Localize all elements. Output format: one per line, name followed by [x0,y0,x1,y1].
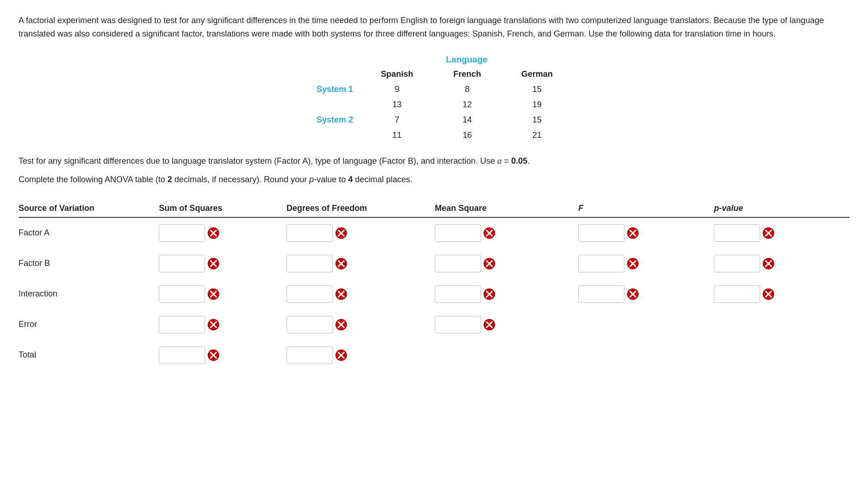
cell-s2-r1-spanish: 7 [361,112,433,128]
cell-s1-r2-spanish: 13 [361,97,433,112]
clear-icon-2-df[interactable] [335,288,348,301]
cell-s2-r2-french: 16 [433,128,501,143]
input-0-pv[interactable] [714,224,760,242]
input-group-1-df [287,255,431,272]
cell-ms-4 [435,340,578,370]
input-1-pv[interactable] [714,255,760,272]
col-header-german: German [501,67,573,82]
clear-icon-0-ss[interactable] [207,227,220,240]
input-2-df[interactable] [287,285,333,303]
input-4-ss[interactable] [159,346,205,364]
input-group-4-ss [159,346,283,364]
header-source: Source of Variation [19,200,159,217]
cell-s1-r1-german: 15 [501,82,573,97]
input-1-ms[interactable] [435,255,481,272]
cell-ss-3 [159,309,287,340]
cell-df-4 [287,340,435,370]
cell-ss-0 [159,217,287,248]
cell-ms-3 [435,309,578,340]
clear-icon-3-ms[interactable] [483,318,496,331]
input-4-df[interactable] [287,346,333,364]
cell-f-3 [578,309,714,340]
clear-icon-1-df[interactable] [335,257,348,270]
clear-icon-0-pv[interactable] [762,227,775,240]
input-group-2-f [578,285,710,303]
input-group-2-ss [159,285,283,303]
input-1-ss[interactable] [159,255,205,272]
input-group-2-pv [714,285,846,303]
input-0-ss[interactable] [159,224,205,242]
clear-icon-0-ms[interactable] [483,227,496,240]
input-group-1-ss [159,255,283,272]
anova-table: Source of Variation Sum of Squares Degre… [19,200,849,370]
input-3-ms[interactable] [435,316,481,333]
clear-icon-0-df[interactable] [335,227,348,240]
cell-ms-1 [435,248,578,279]
col-header-spanish: Spanish [361,67,433,82]
input-1-df[interactable] [287,255,333,272]
clear-icon-0-f[interactable] [626,227,639,240]
cell-pv-1 [714,248,849,279]
input-group-4-df [287,346,431,364]
cell-s1-r2-german: 19 [501,97,573,112]
clear-icon-2-ms[interactable] [483,288,496,301]
input-2-ms[interactable] [435,285,481,303]
input-3-df[interactable] [287,316,333,333]
data-row-3: 11 16 21 [295,128,573,143]
input-group-0-df [287,224,431,242]
clear-icon-3-ss[interactable] [207,318,220,331]
instructions: Test for any significant differences due… [19,154,849,187]
input-group-2-ms [435,285,575,303]
cell-ss-1 [159,248,287,279]
input-group-0-pv [714,224,846,242]
input-0-f[interactable] [578,224,624,242]
input-0-df[interactable] [287,224,333,242]
data-row-1: 13 12 19 [295,97,573,112]
header-df: Degrees of Freedom [287,200,435,217]
input-0-ms[interactable] [435,224,481,242]
cell-s1-r1-french: 8 [433,82,501,97]
header-ms: Mean Square [435,200,578,217]
clear-icon-2-f[interactable] [626,288,639,301]
data-table-wrapper: Language Spanish French German System 1 … [19,52,849,143]
clear-icon-3-df[interactable] [335,318,348,331]
clear-icon-4-ss[interactable] [207,349,220,362]
row-label-4: Total [19,340,159,370]
anova-row-1: Factor B [19,248,849,279]
clear-icon-1-pv[interactable] [762,257,775,270]
input-1-f[interactable] [578,255,624,272]
cell-pv-2 [714,279,849,309]
cell-s2-r1-german: 15 [501,112,573,128]
clear-icon-2-pv[interactable] [762,288,775,301]
col-header-french: French [433,67,501,82]
header-ss: Sum of Squares [159,200,287,217]
clear-icon-1-ss[interactable] [207,257,220,270]
cell-pv-0 [714,217,849,248]
cell-ms-2 [435,279,578,309]
cell-f-2 [578,279,714,309]
cell-s1-r2-french: 12 [433,97,501,112]
input-2-f[interactable] [578,285,624,303]
cell-df-1 [287,248,435,279]
input-group-1-pv [714,255,846,272]
system2-label: System 2 [295,112,361,128]
cell-s1-r1-spanish: 9 [361,82,433,97]
cell-ss-2 [159,279,287,309]
cell-ss-4 [159,340,287,370]
instruction-line2: Complete the following ANOVA table (to 2… [19,173,849,187]
clear-icon-4-df[interactable] [335,349,348,362]
input-2-ss[interactable] [159,285,205,303]
input-group-0-ss [159,224,283,242]
instruction-line1: Test for any significant differences due… [19,154,849,168]
system1-label: System 1 [295,82,361,97]
row-label-0: Factor A [19,217,159,248]
input-group-0-ms [435,224,575,242]
input-3-ss[interactable] [159,316,205,333]
language-group-header: Language [361,52,573,67]
clear-icon-2-ss[interactable] [207,288,220,301]
input-2-pv[interactable] [714,285,760,303]
clear-icon-1-ms[interactable] [483,257,496,270]
clear-icon-1-f[interactable] [626,257,639,270]
input-group-0-f [578,224,710,242]
header-f: F [578,200,714,217]
